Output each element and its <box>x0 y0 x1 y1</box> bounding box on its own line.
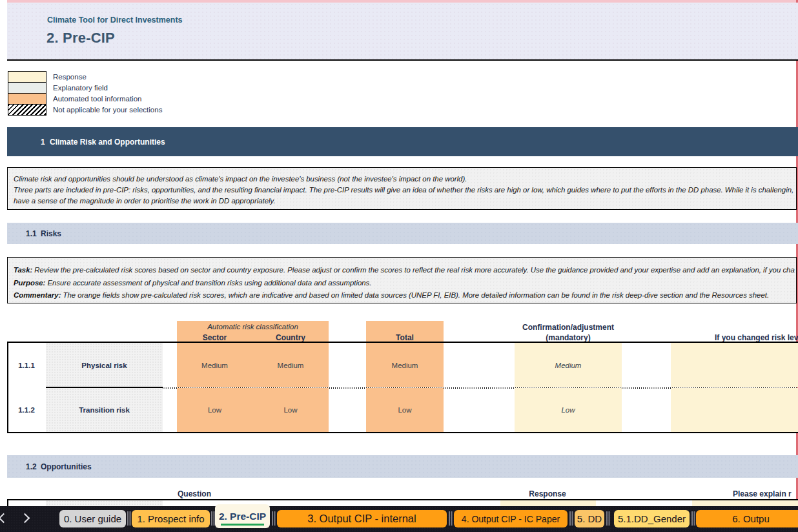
col-header-confirmation: Confirmation/adjustment <box>515 323 622 332</box>
intro-line: have a sense of the magnitude in order t… <box>14 196 797 207</box>
tab-separator <box>211 511 212 526</box>
task-line: Task:Review the pre-calculated risk scor… <box>14 264 797 277</box>
tab-separator <box>127 511 128 526</box>
col-header-please-explain: Please explain r <box>733 489 798 498</box>
section-number: 1.1 <box>26 229 41 238</box>
legend-swatch-not-applicable <box>8 104 46 116</box>
sheet-tab-dd[interactable]: 5. DD <box>575 510 604 527</box>
tab-separator <box>449 511 450 526</box>
sheet-tab-output-cip-ic-paper[interactable]: 4. Output CIP - IC Paper <box>454 510 568 527</box>
sheet-tab-bar: 0. User guide 1. Prospect info 2. Pre-CI… <box>0 506 798 532</box>
sheet-tab-user-guide[interactable]: 0. User guide <box>59 510 126 527</box>
row-id: 1.1.1 <box>7 343 46 387</box>
row-label-transition-risk: Transition risk <box>46 388 163 432</box>
tab-separator <box>606 511 608 526</box>
col-header-question: Question <box>146 489 243 498</box>
active-tab-underline <box>221 524 264 526</box>
section-1-2-header: 1.2 Opportunities <box>7 455 798 478</box>
tab-separator <box>569 511 571 526</box>
cell-transition-country: Low <box>252 388 329 432</box>
col-header-sector: Sector <box>177 333 252 342</box>
cell-physical-total: Medium <box>366 343 444 387</box>
section-1-1-header: 1.1 Risks <box>7 223 798 244</box>
legend-swatch-response <box>8 71 46 83</box>
auto-classification-header: Automatic risk classification <box>177 323 329 331</box>
cell-physical-explanation[interactable] <box>671 343 798 387</box>
commentary-line: Commentary:The orange fields show pre-ca… <box>14 289 797 302</box>
row-label-physical-risk: Physical risk <box>46 343 163 387</box>
cell-physical-sector: Medium <box>177 343 252 387</box>
purpose-line: Purpose:Ensure accurate assessment of ph… <box>14 277 797 290</box>
cell-physical-country: Medium <box>252 343 329 387</box>
opportunities-explain-cell[interactable] <box>692 500 798 506</box>
opportunities-question-cell <box>46 500 163 506</box>
spreadsheet-page: Climate Tool for Direct Investments 2. P… <box>0 0 798 532</box>
col-header-total: Total <box>366 333 444 342</box>
col-header-explain: If you changed risk leve <box>715 333 798 342</box>
section-number: 1 <box>41 138 50 147</box>
tab-separator <box>272 511 273 526</box>
legend-swatch-explanatory <box>8 82 46 94</box>
section-title: Opportunities <box>41 462 92 471</box>
intro-line: Three parts are included in pre-CIP: ris… <box>14 185 797 196</box>
col-header-mandatory: (mandatory) <box>515 333 622 342</box>
col-header-country: Country <box>252 333 329 342</box>
section-1-intro-box: Climate risk and opportunities should be… <box>7 167 797 210</box>
legend-label: Explanatory field <box>53 84 108 92</box>
cell-transition-sector: Low <box>177 388 252 432</box>
guidance-box: Task:Review the pre-calculated risk scor… <box>7 257 797 303</box>
tabs-scroll-right-icon[interactable] <box>20 513 30 524</box>
section-title: Climate Risk and Opportunities <box>50 138 165 147</box>
cell-transition-explanation[interactable] <box>671 388 798 432</box>
col-header-response: Response <box>499 489 596 498</box>
cell-transition-total: Low <box>366 388 444 432</box>
section-title: Risks <box>41 229 61 238</box>
app-title: Climate Tool for Direct Investments <box>47 15 183 25</box>
opportunities-response-cell[interactable] <box>500 500 596 506</box>
sheet-tab-prospect-info[interactable]: 1. Prospect info <box>132 510 210 527</box>
legend-swatch-automated <box>8 93 46 105</box>
legend-label: Automated tool information <box>53 95 141 103</box>
section-number: 1.2 <box>26 462 41 471</box>
opportunities-table-left-border <box>7 500 8 506</box>
legend-label: Response <box>53 73 87 81</box>
row-id: 1.1.2 <box>7 388 46 432</box>
cell-transition-confirmation[interactable]: Low <box>515 388 622 432</box>
sheet-tab-output-cip-internal[interactable]: 3. Output CIP - internal <box>277 510 447 527</box>
section-1-header: 1 Climate Risk and Opportunities <box>7 127 798 156</box>
page-title: 2. Pre-CIP <box>46 30 115 46</box>
sheet-tab-dd-gender[interactable]: 5.1.DD_Gender <box>614 510 690 527</box>
legend-label: Not applicable for your selections <box>53 106 162 114</box>
tabs-scroll-left-icon[interactable] <box>0 513 8 524</box>
sheet-header: Climate Tool for Direct Investments 2. P… <box>7 3 798 61</box>
tab-separator <box>691 511 693 526</box>
table-bottom-border <box>7 432 798 433</box>
cell-physical-confirmation[interactable]: Medium <box>515 343 622 387</box>
sheet-tab-output-6[interactable]: 6. Outpu <box>696 510 798 527</box>
intro-line: Climate risk and opportunities should be… <box>14 174 797 185</box>
table-left-border <box>7 343 8 432</box>
sheet-tab-pre-cip-active[interactable]: 2. Pre-CIP <box>215 504 270 528</box>
